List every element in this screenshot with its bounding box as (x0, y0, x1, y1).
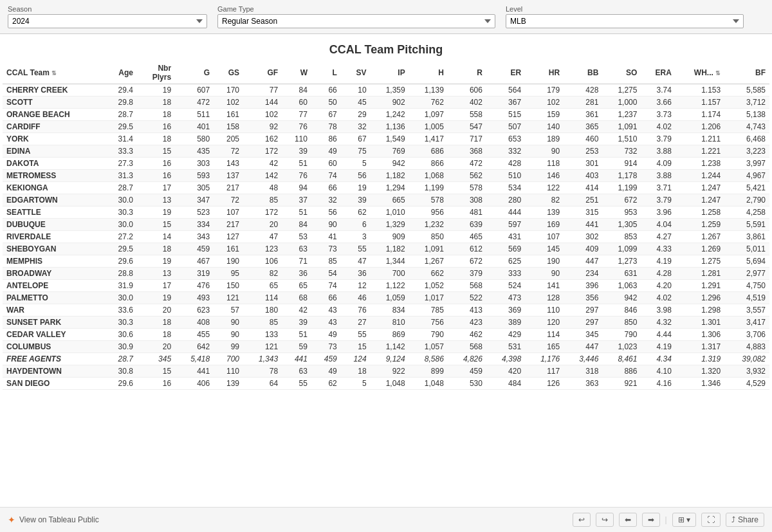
cell-age: 29.5 (104, 121, 137, 133)
cell-h: 790 (409, 329, 448, 341)
cell-whip: 1.258 (676, 206, 724, 219)
cell-r: 462 (448, 329, 486, 341)
col-header-h[interactable]: H (409, 62, 448, 84)
cell-sv: 124 (341, 353, 371, 365)
cell-er: 332 (486, 145, 525, 158)
cell-hr: 82 (525, 194, 564, 206)
cell-h: 1,057 (409, 341, 448, 353)
cell-er: 515 (486, 109, 525, 121)
table-row: WAR33.6206235718042437683478541336911029… (3, 304, 769, 316)
col-header-hr[interactable]: HR (525, 62, 564, 84)
cell-hr: 169 (525, 219, 564, 231)
cell-age: 30.3 (104, 316, 137, 329)
cell-team: EDINA (3, 145, 104, 158)
cell-g: 623 (175, 304, 214, 316)
table-row: PALMETTO30.0194931211146866461,0591,0175… (3, 292, 769, 304)
cell-age: 28.8 (104, 268, 137, 280)
col-header-bf[interactable]: BF (724, 62, 769, 84)
col-header-nbr_plyrs[interactable]: NbrPlyrs (137, 62, 175, 84)
cell-bb: 281 (564, 96, 602, 109)
cell-sv: 55 (341, 329, 371, 341)
table-row: DAKOTA27.3163031434251605942866472428118… (3, 158, 769, 170)
cell-g: 476 (175, 280, 214, 292)
cell-hr: 118 (525, 158, 564, 170)
cell-gs: 121 (214, 292, 243, 304)
cell-whip: 1.206 (676, 121, 724, 133)
cell-h: 1,052 (409, 280, 448, 292)
cell-team: CARDIFF (3, 121, 104, 133)
cell-er: 420 (486, 365, 525, 378)
cell-ip: 834 (371, 304, 409, 316)
cell-whip: 1.346 (676, 378, 724, 390)
col-header-ip[interactable]: IP (371, 62, 409, 84)
cell-er: 653 (486, 133, 525, 145)
cell-era: 4.10 (641, 365, 675, 378)
cell-age: 31.4 (104, 133, 137, 145)
cell-ip: 1,182 (371, 243, 409, 255)
cell-gf: 20 (243, 219, 282, 231)
season-select[interactable]: 2024 (8, 14, 207, 28)
cell-w: 63 (282, 243, 311, 255)
cell-l: 67 (311, 109, 341, 121)
cell-gs: 57 (214, 304, 243, 316)
cell-nbr_plyrs: 18 (137, 96, 175, 109)
col-header-l[interactable]: L (311, 62, 341, 84)
cell-so: 732 (602, 145, 641, 158)
cell-w: 51 (282, 206, 311, 219)
cell-r: 578 (448, 182, 486, 194)
table-row: DUBUQUE30.01533421720849061,3291,2326395… (3, 219, 769, 231)
cell-era: 3.88 (641, 170, 675, 182)
cell-er: 625 (486, 255, 525, 268)
cell-age: 29.4 (104, 84, 137, 96)
cell-gs: 90 (214, 316, 243, 329)
cell-l: 41 (311, 231, 341, 243)
cell-nbr_plyrs: 15 (137, 365, 175, 378)
col-header-g[interactable]: G (175, 62, 214, 84)
cell-bb: 447 (564, 255, 602, 268)
gametype-select[interactable]: Regular Season (217, 14, 495, 28)
cell-bb: 409 (564, 243, 602, 255)
cell-nbr_plyrs: 16 (137, 158, 175, 170)
cell-nbr_plyrs: 13 (137, 268, 175, 280)
col-header-sv[interactable]: SV (341, 62, 371, 84)
cell-gf: 47 (243, 231, 282, 243)
season-filter: Season 2024 (8, 5, 207, 28)
cell-whip: 1.291 (676, 280, 724, 292)
cell-g: 334 (175, 219, 214, 231)
col-header-so[interactable]: SO (602, 62, 641, 84)
gametype-label: Game Type (217, 5, 495, 13)
col-header-era[interactable]: ERA (641, 62, 675, 84)
col-header-whip[interactable]: WH... ⇅ (676, 62, 724, 84)
cell-team: DAKOTA (3, 158, 104, 170)
cell-sv: 12 (341, 280, 371, 292)
col-header-team[interactable]: CCAL Team ⇅ (3, 62, 104, 84)
cell-gs: 158 (214, 121, 243, 133)
cell-h: 850 (409, 231, 448, 243)
col-header-bb[interactable]: BB (564, 62, 602, 84)
col-header-age[interactable]: Age (104, 62, 137, 84)
col-header-gs[interactable]: GS (214, 62, 243, 84)
cell-ip: 942 (371, 158, 409, 170)
cell-whip: 1.157 (676, 96, 724, 109)
cell-gs: 700 (214, 353, 243, 365)
cell-r: 672 (448, 255, 486, 268)
cell-hr: 146 (525, 170, 564, 182)
col-header-r[interactable]: R (448, 62, 486, 84)
col-header-w[interactable]: W (282, 62, 311, 84)
col-header-gf[interactable]: GF (243, 62, 282, 84)
cell-age: 28.7 (104, 353, 137, 365)
cell-gs: 217 (214, 182, 243, 194)
cell-nbr_plyrs: 18 (137, 133, 175, 145)
col-header-er[interactable]: ER (486, 62, 525, 84)
cell-era: 3.73 (641, 109, 675, 121)
cell-team: FREE AGENTS (3, 353, 104, 365)
cell-sv: 56 (341, 170, 371, 182)
cell-age: 30.0 (104, 292, 137, 304)
cell-g: 406 (175, 378, 214, 390)
cell-l: 66 (311, 84, 341, 96)
cell-sv: 10 (341, 84, 371, 96)
level-select[interactable]: MLB (506, 14, 744, 28)
cell-w: 51 (282, 329, 311, 341)
cell-era: 4.19 (641, 341, 675, 353)
cell-hr: 110 (525, 304, 564, 316)
